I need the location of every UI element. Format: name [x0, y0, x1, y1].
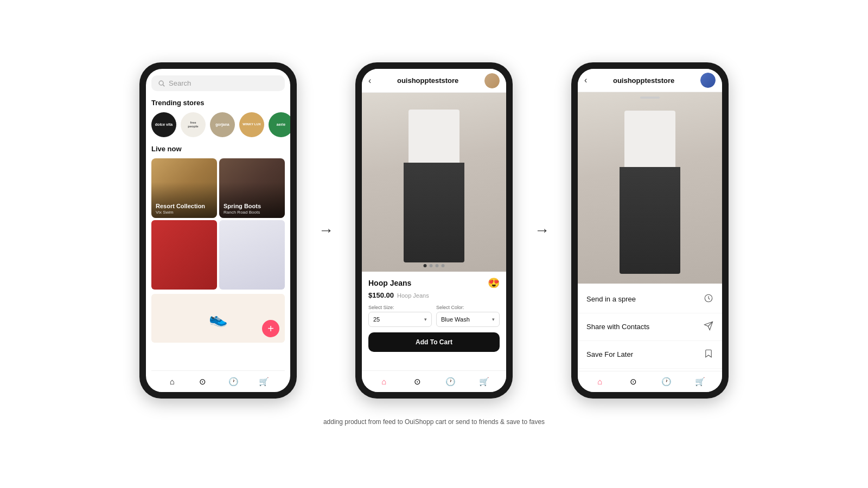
share-store-name: ouishoppteststore — [613, 76, 674, 85]
color-chevron: ▾ — [492, 317, 495, 322]
store-winky-lux[interactable]: WINKY LUX — [239, 112, 264, 137]
product-header: ‹ ouishoppteststore — [362, 69, 506, 93]
search-icon — [158, 80, 165, 87]
save-later-option[interactable]: Save For Later — [578, 341, 722, 369]
size-selector-group: Select Size: 25 ▾ — [368, 305, 432, 327]
share-avatar — [700, 73, 716, 88]
clock-nav[interactable]: 🕐 — [228, 376, 239, 387]
price-row: $150.00 Hoop Jeans — [368, 291, 500, 299]
store-label: WINKY LUX — [242, 123, 261, 126]
page-caption: adding product from feed to OuiShopp car… — [323, 418, 545, 426]
price-label: Hoop Jeans — [397, 292, 429, 299]
store-gorjana[interactable]: gorjana — [210, 112, 235, 137]
arrow-1: → — [318, 222, 334, 239]
product-image — [362, 93, 506, 272]
dress-card[interactable] — [151, 220, 217, 290]
arrow-2: → — [534, 222, 550, 239]
store-aerie[interactable]: aerie — [269, 112, 290, 137]
trending-stores: dolce vita freepeople gorjana WINKY LUX … — [151, 112, 285, 137]
home-nav-2[interactable]: ⌂ — [379, 376, 390, 387]
phone-3-screen: ‹ ouishoppteststore — [578, 69, 722, 392]
leggings-card[interactable] — [219, 220, 285, 290]
search-nav-2[interactable]: ⊙ — [412, 376, 423, 387]
add-to-cart-button[interactable]: Add To Cart — [368, 332, 500, 352]
size-value: 25 — [373, 316, 380, 323]
boots-card-content: Spring Boots Ranch Road Boots — [219, 200, 265, 218]
shoe-image: 👟 — [209, 310, 228, 328]
save-label: Save For Later — [586, 350, 633, 358]
phone-3-share: ‹ ouishoppteststore — [571, 62, 729, 399]
products-grid — [151, 220, 285, 290]
share-handle — [640, 97, 660, 99]
title-row: Hoop Jeans 😍 — [368, 277, 500, 289]
phone-2-screen: ‹ ouishoppteststore — [362, 69, 506, 392]
selectors-row: Select Size: 25 ▾ Select Color: Blue Was… — [368, 305, 500, 327]
reaction-emoji[interactable]: 😍 — [488, 277, 500, 289]
phone-1-screen: Search Trending stores dolce vita freepe… — [146, 69, 290, 392]
resort-title: Resort Collection — [156, 203, 205, 210]
store-label: aerie — [277, 123, 285, 127]
color-label: Select Color: — [436, 305, 500, 310]
store-label: dolce vita — [155, 123, 173, 127]
search-placeholder: Search — [169, 79, 191, 87]
jeans-photo — [362, 93, 506, 272]
back-button[interactable]: ‹ — [368, 76, 371, 86]
bottom-nav: ⌂ ⊙ 🕐 🛒 — [151, 370, 285, 392]
add-fab-button[interactable]: + — [262, 320, 279, 337]
store-label: gorjana — [215, 123, 229, 127]
live-card-boots[interactable]: Spring Boots Ranch Road Boots — [219, 158, 285, 218]
search-bar[interactable]: Search — [151, 75, 285, 91]
share-back-button[interactable]: ‹ — [584, 75, 587, 85]
resort-card-content: Resort Collection Vix Swim — [151, 200, 209, 218]
size-dropdown[interactable]: 25 ▾ — [368, 312, 432, 327]
trending-title: Trending stores — [151, 99, 285, 107]
cart-nav[interactable]: 🛒 — [259, 376, 270, 387]
boots-title: Spring Boots — [224, 203, 261, 210]
clock-icon — [704, 293, 713, 305]
resort-subtitle: Vix Swim — [156, 210, 205, 215]
share-product-image — [578, 92, 722, 284]
store-label: freepeople — [188, 121, 198, 128]
dot-2 — [430, 264, 433, 267]
shoe-card[interactable]: 👟 + — [151, 294, 285, 343]
color-dropdown[interactable]: Blue Wash ▾ — [436, 312, 500, 327]
product-bottom-nav: ⌂ ⊙ 🕐 🛒 — [362, 370, 506, 392]
svg-line-1 — [163, 85, 164, 86]
store-avatar — [484, 73, 500, 88]
screenshots-container: Search Trending stores dolce vita freepe… — [139, 62, 729, 399]
dot-3 — [436, 264, 439, 267]
live-now-grid: Resort Collection Vix Swim Spring Boots … — [151, 158, 285, 218]
search-nav[interactable]: ⊙ — [197, 376, 208, 387]
product-name: Hoop Jeans — [368, 279, 411, 287]
size-chevron: ▾ — [424, 317, 427, 322]
svg-point-0 — [159, 81, 163, 85]
share-contacts-option[interactable]: Share with Contacts — [578, 313, 722, 341]
phone-2-product: ‹ ouishoppteststore — [355, 62, 513, 399]
clock-nav-2[interactable]: 🕐 — [445, 376, 456, 387]
share-bottom-nav: ⌂ ⊙ 🕐 🛒 — [578, 371, 722, 392]
send-spree-option[interactable]: Send in a spree — [578, 286, 722, 313]
share-options: Send in a spree Share with Contacts — [578, 284, 722, 371]
color-value: Blue Wash — [441, 316, 470, 323]
size-label: Select Size: — [368, 305, 432, 310]
cart-nav-3[interactable]: 🛒 — [694, 376, 705, 387]
dot-4 — [442, 264, 445, 267]
clock-nav-3[interactable]: 🕐 — [661, 376, 672, 387]
send-icon — [704, 321, 713, 333]
store-dolce-vita[interactable]: dolce vita — [151, 112, 176, 137]
bookmark-icon — [704, 349, 713, 361]
phone-1-feed: Search Trending stores dolce vita freepe… — [139, 62, 297, 399]
store-free-people[interactable]: freepeople — [181, 112, 206, 137]
dot-1 — [424, 264, 427, 267]
search-nav-3[interactable]: ⊙ — [628, 376, 639, 387]
live-now-title: Live now — [151, 145, 285, 153]
home-nav[interactable]: ⌂ — [167, 376, 177, 387]
spree-label: Send in a spree — [586, 295, 636, 303]
boots-subtitle: Ranch Road Boots — [224, 210, 261, 215]
share-header: ‹ ouishoppteststore — [578, 69, 722, 92]
color-selector-group: Select Color: Blue Wash ▾ — [436, 305, 500, 327]
home-nav-3[interactable]: ⌂ — [595, 376, 605, 387]
cart-nav-2[interactable]: 🛒 — [478, 376, 489, 387]
contacts-label: Share with Contacts — [586, 323, 649, 331]
live-card-resort[interactable]: Resort Collection Vix Swim — [151, 158, 217, 218]
